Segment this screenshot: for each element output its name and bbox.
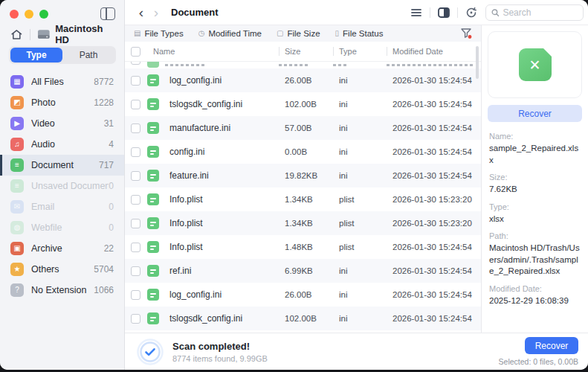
close-window-button[interactable]: [10, 10, 19, 19]
sidebar-item-photo[interactable]: ◩ Photo 1228: [0, 92, 124, 113]
cell-name: log_config.ini: [165, 289, 279, 300]
table-row[interactable]: Info.plist 1.34KB plist 2026-01-30 15:23…: [125, 211, 481, 235]
filter-funnel-icon[interactable]: [460, 28, 472, 39]
filter-file-status[interactable]: ▯ File Status: [335, 29, 384, 38]
table-row[interactable]: manufacture.ini 57.00B ini 2026-01-30 15…: [125, 116, 481, 140]
forward-button[interactable]: ›: [149, 5, 164, 19]
back-button[interactable]: ‹: [134, 5, 149, 19]
row-checkbox[interactable]: [131, 100, 140, 109]
recover-selected-file-button[interactable]: Recover: [488, 105, 582, 122]
cell-type: ini: [333, 100, 387, 109]
page-title: Document: [171, 7, 219, 18]
category-icon: ◍: [10, 221, 24, 234]
panel-view-icon[interactable]: [437, 6, 450, 19]
list-view-icon[interactable]: [410, 6, 423, 19]
table-header: Name Size Type Modified Date: [125, 42, 481, 62]
category-label: Email: [31, 202, 109, 212]
category-label: Photo: [31, 97, 94, 108]
toolbar: ‹ › Document: [125, 0, 588, 25]
row-checkbox[interactable]: [131, 314, 140, 324]
row-checkbox[interactable]: [131, 290, 140, 300]
filter-file-types[interactable]: ▤ File Types: [134, 29, 184, 38]
column-header-modified[interactable]: Modified Date: [387, 47, 481, 56]
table-row[interactable]: tslogsdk_config.ini 102.00B ini 2026-01-…: [125, 92, 481, 116]
cell-modified: 2026-01-30 15:24:54: [387, 290, 481, 299]
sidebar-item-email[interactable]: ✉ Email 0: [0, 196, 124, 217]
sidebar-item-unsaved-documents[interactable]: ≡ Unsaved Documents 0: [0, 176, 124, 196]
row-checkbox[interactable]: [131, 219, 140, 228]
table-row[interactable]: Info.plist 1.34KB plist 2026-01-30 15:23…: [125, 187, 481, 211]
sidebar-item-others[interactable]: ★ Others 5704: [0, 259, 124, 280]
category-count: 1228: [94, 97, 114, 108]
clipped-text: [333, 64, 346, 66]
row-checkbox[interactable]: [131, 147, 140, 157]
row-checkbox[interactable]: [131, 243, 140, 252]
table-body: log_config.ini 26.00B ini 2026-01-30 15:…: [125, 62, 481, 333]
category-label: Others: [31, 264, 94, 275]
sidebar-item-audio[interactable]: ♫ Audio 4: [0, 134, 124, 155]
table-row[interactable]: Info.plist 1.48KB plist 2026-01-30 15:24…: [125, 235, 481, 259]
sidebar-item-archive[interactable]: ▣ Archive 22: [0, 238, 124, 259]
drive-icon: [37, 29, 51, 39]
recover-button[interactable]: Recover: [525, 337, 578, 354]
column-header-size[interactable]: Size: [279, 47, 333, 56]
sidebar-item-all-files[interactable]: ▦ All Files 8772: [0, 71, 124, 92]
zoom-window-button[interactable]: [39, 10, 48, 19]
tab-path[interactable]: Path: [62, 48, 114, 62]
content-row: ▤ File Types ◷ Modified Time ▢ File Size…: [125, 25, 588, 333]
detail-field: Name: sample_2_Repaired.xlsx: [489, 132, 581, 166]
filter-file-size[interactable]: ▢ File Size: [277, 29, 320, 38]
table-row[interactable]: log_config.ini 26.00B ini 2026-01-30 15:…: [125, 68, 481, 92]
cell-type: plist: [333, 195, 387, 204]
cell-name: Info.plist: [165, 218, 279, 228]
sidebar-item-video[interactable]: ▶ Video 31: [0, 113, 124, 134]
table-row[interactable]: feature.ini 19.82KB ini 2026-01-30 15:24…: [125, 164, 481, 187]
table-row[interactable]: ref.ini 6.99KB ini 2026-01-30 15:24:54: [125, 259, 481, 283]
cell-size: 57.00B: [279, 124, 333, 132]
clipped-text: [165, 64, 207, 66]
table-row[interactable]: tslogsdk_config.ini 102.00B ini 2026-01-…: [125, 307, 481, 330]
category-count: 22: [104, 243, 114, 254]
cell-size: 1.34KB: [279, 195, 333, 204]
category-icon: ★: [10, 263, 24, 276]
cell-modified: 2026-01-30 15:23:20: [387, 219, 481, 228]
table-row[interactable]: log_config.ini 26.00B ini 2026-01-30 15:…: [125, 283, 481, 307]
document-file-icon: [147, 146, 159, 158]
field-label: Name:: [489, 132, 581, 141]
minimize-window-button[interactable]: [25, 10, 33, 19]
table-row[interactable]: config.ini 0.00B ini 2026-01-30 15:24:54: [125, 140, 481, 164]
sidebar-item-no-extension[interactable]: ? No Extension 1066: [0, 280, 124, 301]
sidebar-item-webfile[interactable]: ◍ Webfile 0: [0, 217, 124, 238]
cell-size: 1.34KB: [279, 219, 333, 228]
cell-type: ini: [333, 290, 387, 299]
home-icon[interactable]: [10, 28, 23, 41]
category-count: 5704: [94, 264, 114, 275]
table-scrollbar[interactable]: [476, 46, 479, 79]
category-label: Video: [31, 118, 104, 129]
row-checkbox[interactable]: [131, 76, 140, 86]
select-all-checkbox[interactable]: [131, 47, 140, 57]
field-value: sample_2_Repaired.xlsx: [489, 143, 581, 166]
column-header-name[interactable]: Name: [147, 47, 279, 56]
filter-modified-time[interactable]: ◷ Modified Time: [198, 29, 262, 38]
window-controls: [10, 10, 48, 19]
tab-type[interactable]: Type: [10, 48, 62, 62]
category-icon: ▣: [10, 242, 24, 255]
category-icon: ▶: [10, 117, 24, 130]
cell-modified: 2026-01-30 15:24:54: [387, 171, 481, 180]
search-input[interactable]: [503, 7, 578, 18]
row-checkbox[interactable]: [131, 195, 140, 205]
document-file-icon: [147, 170, 159, 182]
file-detail-fields: Name: sample_2_Repaired.xlsx Size: 7.62K…: [482, 122, 588, 310]
sidebar-toggle-icon[interactable]: [100, 7, 115, 20]
detail-panel: ✕ Recover Name: sample_2_Repaired.xlsx S…: [481, 25, 588, 333]
deep-scan-icon[interactable]: [465, 6, 478, 19]
scan-status-subtitle: 8774 items found, 9.99GB: [172, 354, 268, 363]
row-checkbox[interactable]: [131, 266, 140, 276]
filter-icon: ▢: [277, 30, 283, 37]
device-header: Macintosh HD: [10, 27, 118, 42]
row-checkbox[interactable]: [131, 171, 140, 181]
column-header-type[interactable]: Type: [333, 47, 387, 56]
row-checkbox[interactable]: [131, 124, 140, 133]
sidebar-item-document[interactable]: ≡ Document 717: [0, 155, 124, 176]
